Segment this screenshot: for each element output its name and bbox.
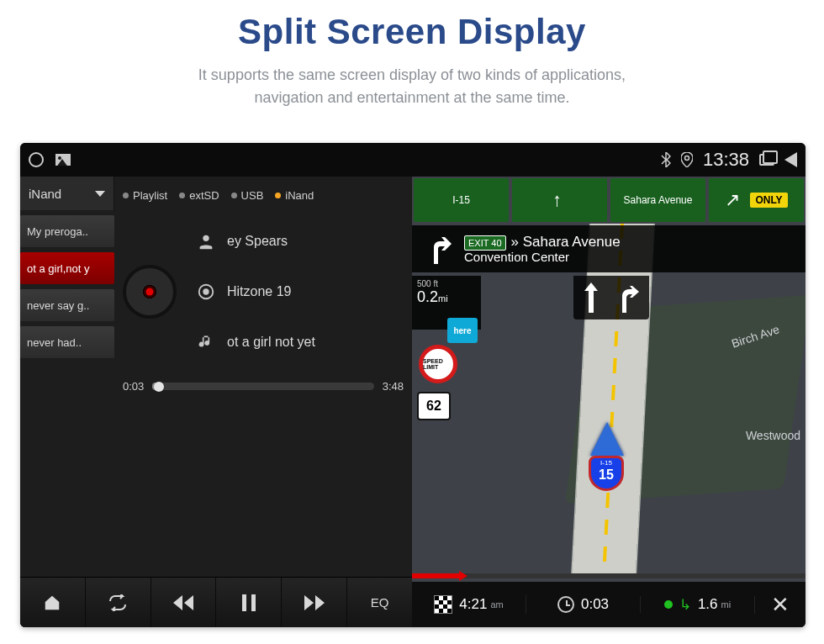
route-dot-icon [664, 600, 673, 609]
track-item[interactable]: never had.. [20, 326, 114, 358]
street-label: Westwood [746, 429, 800, 442]
recent-apps-icon[interactable] [759, 154, 774, 166]
artist-name: ey Spears [227, 234, 288, 249]
previous-button[interactable] [151, 578, 217, 627]
svg-rect-4 [242, 594, 246, 611]
source-label: iNand [29, 187, 61, 201]
clock-icon [557, 596, 574, 613]
tab-extsd[interactable]: extSD [179, 189, 219, 202]
destination-banner: EXIT 40» Sahara Avenue Convention Center [412, 225, 806, 272]
lane-guidance [573, 276, 649, 319]
artist-icon [195, 230, 217, 252]
next-button[interactable] [282, 578, 347, 627]
nav-bottom-bar: 4:21am 0:03 ↳1.6mi ✕ [412, 582, 806, 627]
location-icon [681, 152, 693, 167]
svg-point-0 [684, 156, 689, 161]
gallery-icon[interactable] [55, 154, 71, 166]
tab-inand[interactable]: iNand [275, 189, 314, 202]
close-icon: ✕ [771, 592, 790, 618]
track-item[interactable]: never say g.. [20, 289, 114, 321]
route-progress [412, 573, 806, 578]
dot-icon [231, 193, 237, 198]
tab-playlist[interactable]: Playlist [123, 189, 167, 202]
navigation-pane: Birch Ave Westwood I-15 ↑ Sahara Avenue … [412, 177, 806, 627]
song-icon [195, 331, 217, 353]
album-disc [123, 265, 177, 319]
pause-button[interactable] [216, 578, 282, 627]
page-title: Split Screen Display [0, 12, 824, 52]
source-tabs: Playlist extSD USB iNand [123, 183, 404, 207]
vehicle-position-icon [590, 422, 624, 456]
source-dropdown[interactable]: iNand [20, 177, 114, 210]
overhead-sign: ↑ [512, 178, 607, 222]
svg-point-1 [203, 235, 209, 241]
page-subtitle: It supports the same screen display of t… [0, 64, 824, 109]
flag-icon [434, 595, 452, 614]
svg-rect-5 [251, 594, 256, 611]
svg-point-3 [203, 289, 209, 294]
trip-time-cell[interactable]: 0:03 [526, 596, 641, 613]
song-name: ot a girl not yet [227, 335, 315, 350]
overhead-sign: ↗ONLY [709, 178, 804, 222]
back-icon[interactable] [784, 152, 797, 167]
eta-cell[interactable]: 4:21am [412, 595, 526, 614]
speed-limit-sign: SPEED LIMIT [419, 345, 457, 383]
duration-time: 3:48 [383, 380, 404, 393]
close-nav-button[interactable]: ✕ [755, 592, 806, 618]
dot-icon [179, 193, 185, 198]
device-frame: 13:38 iNand My preroga.. ot a girl,not y… [20, 143, 806, 627]
elapsed-time: 0:03 [123, 380, 144, 393]
album-name: Hitzone 19 [227, 284, 292, 299]
track-item[interactable]: My preroga.. [20, 215, 114, 247]
chevron-down-icon [95, 191, 105, 197]
tab-usb[interactable]: USB [231, 189, 264, 202]
route-shield: 62 [417, 392, 451, 420]
track-item[interactable]: ot a girl,not y [20, 252, 114, 284]
dot-icon [123, 193, 129, 198]
player-controls: EQ [20, 577, 412, 627]
repeat-button[interactable] [86, 578, 151, 627]
exit-tag: EXIT 40 [464, 235, 506, 251]
notification-icon[interactable] [29, 152, 44, 167]
playback-progress[interactable]: 0:03 3:48 [123, 380, 404, 393]
remaining-cell[interactable]: ↳1.6mi [641, 596, 755, 614]
interstate-shield: I-15 15 [589, 456, 624, 491]
music-pane: iNand My preroga.. ot a girl,not y never… [20, 177, 412, 627]
here-logo: here [447, 318, 478, 343]
overhead-sign: Sahara Avenue [610, 178, 705, 222]
track-list-sidebar: iNand My preroga.. ot a girl,not y never… [20, 177, 114, 577]
home-button[interactable] [20, 578, 86, 627]
bluetooth-icon [661, 152, 671, 167]
status-bar: 13:38 [20, 143, 806, 177]
turn-right-icon [420, 230, 457, 267]
overhead-sign: I-15 [414, 178, 509, 222]
status-time: 13:38 [703, 149, 749, 171]
dot-icon [275, 193, 281, 198]
album-icon [195, 281, 217, 303]
progress-bar[interactable] [152, 383, 373, 390]
eq-button[interactable]: EQ [347, 578, 412, 627]
